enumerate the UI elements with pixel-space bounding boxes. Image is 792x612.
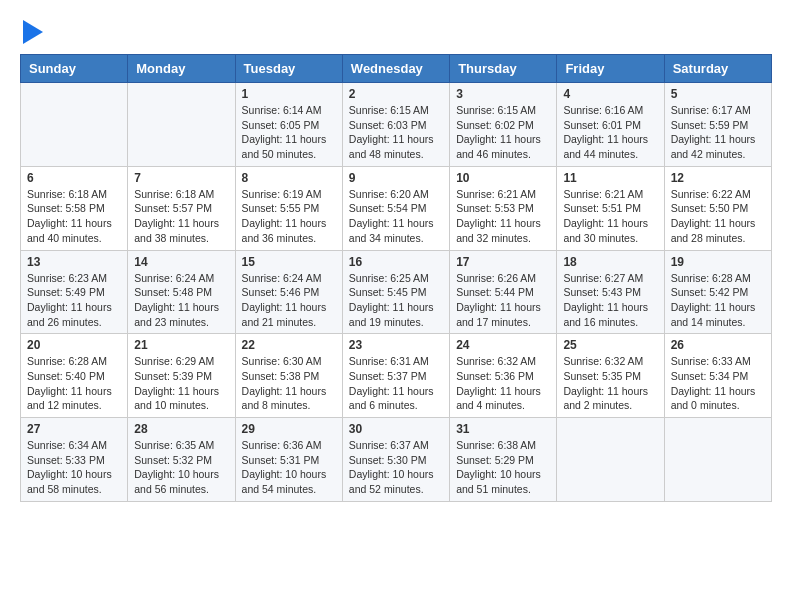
calendar-week-row: 6Sunrise: 6:18 AM Sunset: 5:58 PM Daylig… [21,166,772,250]
calendar-cell: 23Sunrise: 6:31 AM Sunset: 5:37 PM Dayli… [342,334,449,418]
cell-content: Sunrise: 6:33 AM Sunset: 5:34 PM Dayligh… [671,354,765,413]
calendar-cell: 29Sunrise: 6:36 AM Sunset: 5:31 PM Dayli… [235,418,342,502]
calendar-cell [557,418,664,502]
header-row: SundayMondayTuesdayWednesdayThursdayFrid… [21,55,772,83]
calendar-cell: 4Sunrise: 6:16 AM Sunset: 6:01 PM Daylig… [557,83,664,167]
cell-content: Sunrise: 6:18 AM Sunset: 5:57 PM Dayligh… [134,187,228,246]
logo-arrow-icon [23,20,43,44]
day-number: 1 [242,87,336,101]
day-number: 31 [456,422,550,436]
calendar-week-row: 20Sunrise: 6:28 AM Sunset: 5:40 PM Dayli… [21,334,772,418]
day-number: 21 [134,338,228,352]
calendar-cell: 24Sunrise: 6:32 AM Sunset: 5:36 PM Dayli… [450,334,557,418]
cell-content: Sunrise: 6:34 AM Sunset: 5:33 PM Dayligh… [27,438,121,497]
day-number: 11 [563,171,657,185]
calendar-cell: 27Sunrise: 6:34 AM Sunset: 5:33 PM Dayli… [21,418,128,502]
cell-content: Sunrise: 6:36 AM Sunset: 5:31 PM Dayligh… [242,438,336,497]
calendar-week-row: 27Sunrise: 6:34 AM Sunset: 5:33 PM Dayli… [21,418,772,502]
day-number: 3 [456,87,550,101]
day-number: 17 [456,255,550,269]
calendar-cell: 5Sunrise: 6:17 AM Sunset: 5:59 PM Daylig… [664,83,771,167]
calendar-week-row: 1Sunrise: 6:14 AM Sunset: 6:05 PM Daylig… [21,83,772,167]
calendar-cell: 7Sunrise: 6:18 AM Sunset: 5:57 PM Daylig… [128,166,235,250]
cell-content: Sunrise: 6:23 AM Sunset: 5:49 PM Dayligh… [27,271,121,330]
calendar-cell: 20Sunrise: 6:28 AM Sunset: 5:40 PM Dayli… [21,334,128,418]
day-number: 2 [349,87,443,101]
cell-content: Sunrise: 6:27 AM Sunset: 5:43 PM Dayligh… [563,271,657,330]
day-header-saturday: Saturday [664,55,771,83]
logo [20,20,43,44]
page-header [20,20,772,44]
calendar-cell: 18Sunrise: 6:27 AM Sunset: 5:43 PM Dayli… [557,250,664,334]
day-number: 29 [242,422,336,436]
day-number: 22 [242,338,336,352]
day-number: 20 [27,338,121,352]
calendar-cell [21,83,128,167]
cell-content: Sunrise: 6:32 AM Sunset: 5:35 PM Dayligh… [563,354,657,413]
cell-content: Sunrise: 6:28 AM Sunset: 5:42 PM Dayligh… [671,271,765,330]
cell-content: Sunrise: 6:35 AM Sunset: 5:32 PM Dayligh… [134,438,228,497]
calendar-cell: 25Sunrise: 6:32 AM Sunset: 5:35 PM Dayli… [557,334,664,418]
calendar-table: SundayMondayTuesdayWednesdayThursdayFrid… [20,54,772,502]
cell-content: Sunrise: 6:15 AM Sunset: 6:02 PM Dayligh… [456,103,550,162]
calendar-cell: 13Sunrise: 6:23 AM Sunset: 5:49 PM Dayli… [21,250,128,334]
calendar-cell: 6Sunrise: 6:18 AM Sunset: 5:58 PM Daylig… [21,166,128,250]
calendar-cell: 1Sunrise: 6:14 AM Sunset: 6:05 PM Daylig… [235,83,342,167]
day-number: 4 [563,87,657,101]
cell-content: Sunrise: 6:18 AM Sunset: 5:58 PM Dayligh… [27,187,121,246]
cell-content: Sunrise: 6:32 AM Sunset: 5:36 PM Dayligh… [456,354,550,413]
cell-content: Sunrise: 6:24 AM Sunset: 5:46 PM Dayligh… [242,271,336,330]
calendar-cell: 16Sunrise: 6:25 AM Sunset: 5:45 PM Dayli… [342,250,449,334]
day-header-wednesday: Wednesday [342,55,449,83]
day-number: 30 [349,422,443,436]
cell-content: Sunrise: 6:30 AM Sunset: 5:38 PM Dayligh… [242,354,336,413]
day-number: 12 [671,171,765,185]
calendar-cell: 15Sunrise: 6:24 AM Sunset: 5:46 PM Dayli… [235,250,342,334]
day-header-friday: Friday [557,55,664,83]
day-number: 19 [671,255,765,269]
calendar-cell: 11Sunrise: 6:21 AM Sunset: 5:51 PM Dayli… [557,166,664,250]
cell-content: Sunrise: 6:15 AM Sunset: 6:03 PM Dayligh… [349,103,443,162]
calendar-cell: 21Sunrise: 6:29 AM Sunset: 5:39 PM Dayli… [128,334,235,418]
calendar-cell: 31Sunrise: 6:38 AM Sunset: 5:29 PM Dayli… [450,418,557,502]
day-number: 8 [242,171,336,185]
cell-content: Sunrise: 6:17 AM Sunset: 5:59 PM Dayligh… [671,103,765,162]
cell-content: Sunrise: 6:28 AM Sunset: 5:40 PM Dayligh… [27,354,121,413]
day-number: 24 [456,338,550,352]
day-header-tuesday: Tuesday [235,55,342,83]
calendar-cell [664,418,771,502]
calendar-cell: 9Sunrise: 6:20 AM Sunset: 5:54 PM Daylig… [342,166,449,250]
cell-content: Sunrise: 6:21 AM Sunset: 5:51 PM Dayligh… [563,187,657,246]
cell-content: Sunrise: 6:24 AM Sunset: 5:48 PM Dayligh… [134,271,228,330]
day-number: 15 [242,255,336,269]
calendar-cell: 3Sunrise: 6:15 AM Sunset: 6:02 PM Daylig… [450,83,557,167]
calendar-cell: 17Sunrise: 6:26 AM Sunset: 5:44 PM Dayli… [450,250,557,334]
day-number: 10 [456,171,550,185]
day-header-thursday: Thursday [450,55,557,83]
cell-content: Sunrise: 6:38 AM Sunset: 5:29 PM Dayligh… [456,438,550,497]
day-header-sunday: Sunday [21,55,128,83]
calendar-cell: 12Sunrise: 6:22 AM Sunset: 5:50 PM Dayli… [664,166,771,250]
cell-content: Sunrise: 6:14 AM Sunset: 6:05 PM Dayligh… [242,103,336,162]
calendar-cell: 8Sunrise: 6:19 AM Sunset: 5:55 PM Daylig… [235,166,342,250]
cell-content: Sunrise: 6:29 AM Sunset: 5:39 PM Dayligh… [134,354,228,413]
day-number: 9 [349,171,443,185]
cell-content: Sunrise: 6:20 AM Sunset: 5:54 PM Dayligh… [349,187,443,246]
calendar-cell: 14Sunrise: 6:24 AM Sunset: 5:48 PM Dayli… [128,250,235,334]
cell-content: Sunrise: 6:16 AM Sunset: 6:01 PM Dayligh… [563,103,657,162]
calendar-cell: 19Sunrise: 6:28 AM Sunset: 5:42 PM Dayli… [664,250,771,334]
calendar-week-row: 13Sunrise: 6:23 AM Sunset: 5:49 PM Dayli… [21,250,772,334]
day-number: 13 [27,255,121,269]
cell-content: Sunrise: 6:25 AM Sunset: 5:45 PM Dayligh… [349,271,443,330]
calendar-cell: 30Sunrise: 6:37 AM Sunset: 5:30 PM Dayli… [342,418,449,502]
cell-content: Sunrise: 6:31 AM Sunset: 5:37 PM Dayligh… [349,354,443,413]
svg-marker-0 [23,20,43,44]
calendar-cell: 28Sunrise: 6:35 AM Sunset: 5:32 PM Dayli… [128,418,235,502]
day-number: 14 [134,255,228,269]
day-number: 18 [563,255,657,269]
calendar-cell [128,83,235,167]
day-number: 16 [349,255,443,269]
day-number: 6 [27,171,121,185]
day-number: 25 [563,338,657,352]
day-number: 26 [671,338,765,352]
